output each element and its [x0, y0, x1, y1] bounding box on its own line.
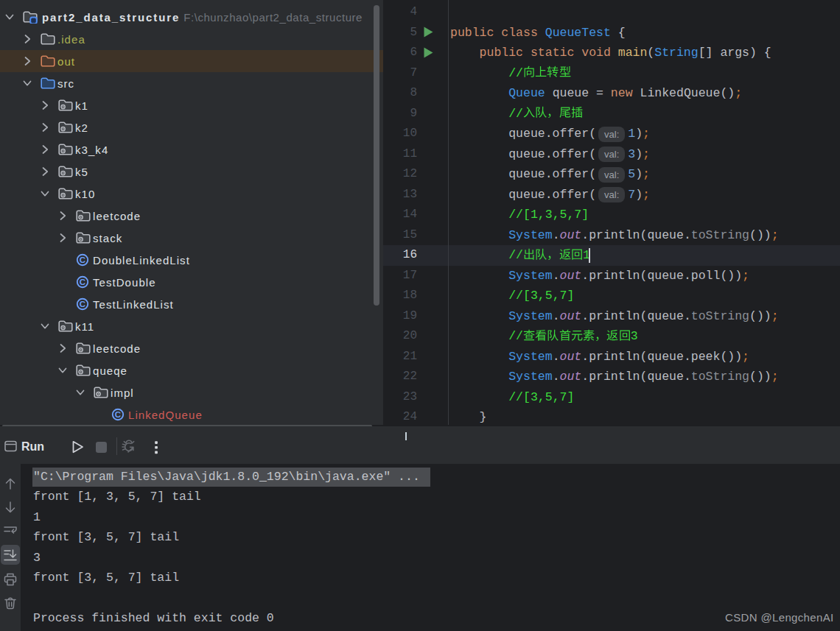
svg-text:C: C — [80, 300, 85, 309]
svg-text:C: C — [80, 255, 85, 264]
svg-text:C: C — [80, 278, 85, 286]
svg-text:C: C — [115, 410, 121, 419]
